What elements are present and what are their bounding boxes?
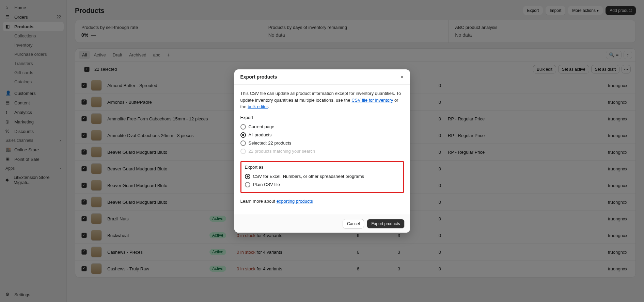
radio-label: CSV for Excel, Numbers, or other spreads… bbox=[253, 174, 364, 179]
learn-text: Learn more about bbox=[240, 199, 277, 204]
radio-icon bbox=[240, 124, 246, 130]
export-products-button[interactable]: Export products bbox=[367, 219, 404, 229]
radio-selected[interactable]: Selected: 22 products bbox=[240, 139, 404, 147]
radio-label: All products bbox=[249, 132, 272, 137]
radio-icon bbox=[245, 174, 250, 179]
radio-current-page[interactable]: Current page bbox=[240, 123, 404, 131]
radio-all-products[interactable]: All products bbox=[240, 131, 404, 139]
radio-label: 22 products matching your search bbox=[249, 149, 315, 154]
radio-icon bbox=[245, 182, 250, 187]
radio-csv-excel[interactable]: CSV for Excel, Numbers, or other spreads… bbox=[245, 172, 399, 181]
radio-icon bbox=[240, 149, 246, 154]
modal-description: This CSV file can update all product inf… bbox=[240, 90, 404, 110]
modal-title: Export products bbox=[240, 74, 277, 80]
cancel-button[interactable]: Cancel bbox=[343, 219, 364, 229]
export-as-highlight: Export as CSV for Excel, Numbers, or oth… bbox=[240, 161, 404, 193]
learn-link[interactable]: exporting products bbox=[277, 199, 313, 204]
radio-plain-csv[interactable]: Plain CSV file bbox=[245, 181, 399, 189]
export-group-label: Export bbox=[240, 115, 404, 120]
radio-matching: 22 products matching your search bbox=[240, 147, 404, 155]
modal-text: . bbox=[268, 104, 269, 109]
export-as-label: Export as bbox=[245, 165, 399, 170]
radio-label: Current page bbox=[249, 124, 274, 129]
radio-label: Plain CSV file bbox=[253, 182, 280, 187]
close-icon[interactable]: ✕ bbox=[400, 74, 404, 80]
bulk-editor-link[interactable]: bulk editor bbox=[248, 104, 268, 109]
csv-inventory-link[interactable]: CSV file for inventory bbox=[351, 98, 393, 103]
modal-overlay: Export products ✕ This CSV file can upda… bbox=[0, 0, 644, 302]
radio-icon bbox=[240, 132, 246, 138]
radio-label: Selected: 22 products bbox=[249, 140, 292, 146]
learn-more: Learn more about exporting products bbox=[240, 198, 404, 205]
radio-icon bbox=[240, 140, 246, 146]
export-modal: Export products ✕ This CSV file can upda… bbox=[234, 69, 410, 233]
